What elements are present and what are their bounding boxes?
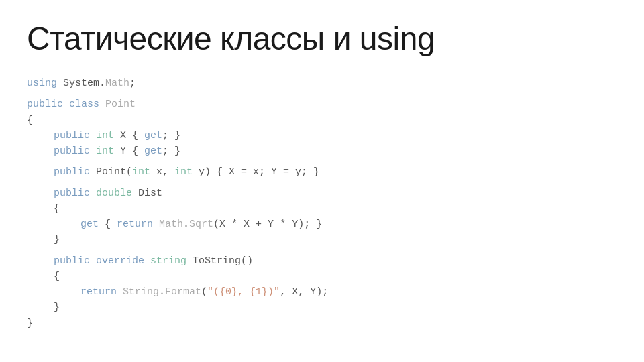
slide: Статические классы и using using System.… xyxy=(0,0,644,362)
code-line-brace2-close: } xyxy=(27,232,617,247)
code-line-dist-decl: public double Dist xyxy=(27,186,617,201)
spacer-1 xyxy=(27,91,617,97)
keyword-class: class xyxy=(69,99,99,110)
code-line-tostring-body: return String.Format("({0}, {1})", X, Y)… xyxy=(27,284,617,300)
code-line-tostring-decl: public override string ToString() xyxy=(27,253,617,269)
code-line-propx: public int X { get; } xyxy=(27,128,617,143)
class-name: Point xyxy=(105,99,136,110)
keyword-using: using xyxy=(27,78,57,89)
spacer-2 xyxy=(27,159,617,164)
code-line-brace1: { xyxy=(27,113,617,128)
spacer-4 xyxy=(27,248,617,253)
code-block: using System.Math; public class Point { … xyxy=(27,76,617,331)
code-line-brace3-close: } xyxy=(27,300,617,315)
code-line-propy: public int Y { get; } xyxy=(27,143,617,159)
code-line-constructor: public Point(int x, int y) { X = x; Y = … xyxy=(27,164,617,180)
code-line-brace2: { xyxy=(27,201,617,217)
spacer-3 xyxy=(27,180,617,186)
code-line-using: using System.Math; xyxy=(27,76,617,91)
code-line-brace-main-close: } xyxy=(27,316,617,331)
code-line-dist-body: get { return Math.Sqrt(X * X + Y * Y); } xyxy=(27,217,617,232)
keyword-public-class: public xyxy=(27,99,63,110)
code-line-class: public class Point xyxy=(27,97,617,112)
code-line-brace3: { xyxy=(27,269,617,284)
slide-title: Статические классы и using xyxy=(27,20,617,57)
